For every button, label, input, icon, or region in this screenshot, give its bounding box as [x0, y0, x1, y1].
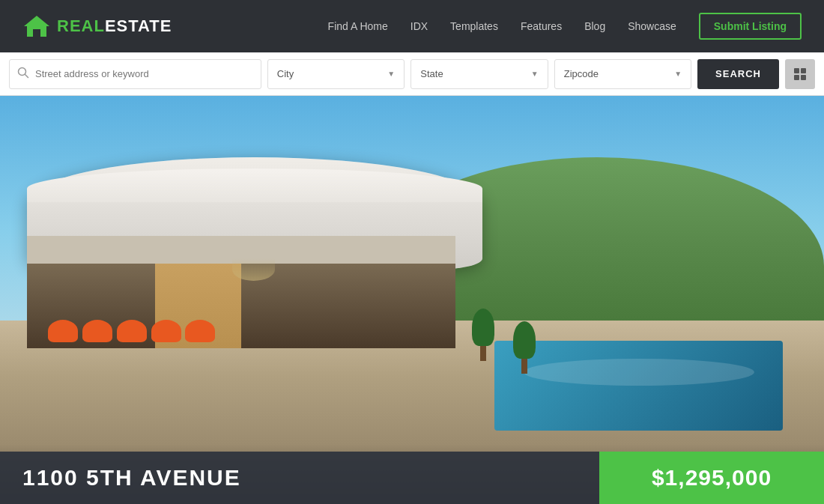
state-chevron-down-icon: ▼: [531, 70, 539, 78]
chair-2: [82, 320, 112, 342]
roof-overhang: [27, 168, 482, 202]
city-chevron-down-icon: ▼: [387, 70, 395, 78]
nav-find-a-home[interactable]: Find A Home: [328, 20, 388, 32]
navbar: REALESTATE Find A Home IDX Templates Fea…: [0, 0, 824, 52]
chair-1: [48, 320, 78, 342]
grid-icon: [794, 68, 806, 80]
nav-blog[interactable]: Blog: [584, 20, 605, 32]
svg-rect-2: [33, 29, 40, 37]
logo-house-icon: [22, 14, 51, 38]
hero-section: 1100 5TH AVENUE $1,295,000: [0, 96, 824, 504]
zipcode-chevron-down-icon: ▼: [674, 70, 682, 78]
hero-background: [0, 96, 824, 504]
city-dropdown[interactable]: City ▼: [267, 59, 405, 89]
nav-features[interactable]: Features: [521, 20, 562, 32]
submit-listing-button[interactable]: Submit Listing: [699, 13, 802, 40]
house: [0, 157, 536, 382]
svg-line-4: [25, 74, 28, 77]
zipcode-label: Zipcode: [564, 68, 599, 79]
search-button[interactable]: SEARCH: [697, 59, 779, 89]
chandelier: [232, 258, 275, 281]
property-price: $1,295,000: [652, 465, 772, 491]
zipcode-dropdown[interactable]: Zipcode ▼: [554, 59, 691, 89]
tree-top-1: [472, 309, 494, 346]
property-address: 1100 5TH AVENUE: [22, 465, 241, 491]
chair-5: [185, 320, 215, 342]
property-price-panel: $1,295,000: [599, 452, 824, 504]
state-label: State: [420, 68, 443, 79]
pool: [494, 341, 783, 431]
tree-2: [513, 321, 536, 374]
property-address-panel: 1100 5TH AVENUE: [0, 452, 599, 504]
svg-marker-0: [24, 16, 49, 26]
interior: [27, 236, 455, 348]
brand-name: REALESTATE: [57, 16, 172, 36]
state-dropdown[interactable]: State ▼: [411, 59, 548, 89]
search-input[interactable]: [35, 68, 253, 79]
search-icon: [17, 67, 29, 82]
nav-idx[interactable]: IDX: [411, 20, 428, 32]
nav-links: Find A Home IDX Templates Features Blog …: [328, 13, 802, 40]
tree-trunk-1: [480, 346, 486, 361]
address-bar: 1100 5TH AVENUE $1,295,000: [0, 452, 824, 504]
search-bar: City ▼ State ▼ Zipcode ▼ SEARCH: [0, 52, 824, 96]
city-label: City: [277, 68, 294, 79]
grid-view-button[interactable]: [785, 59, 815, 89]
tree-top-2: [513, 321, 536, 359]
nav-templates[interactable]: Templates: [450, 20, 498, 32]
logo[interactable]: REALESTATE: [22, 14, 172, 38]
search-input-wrap[interactable]: [9, 59, 261, 89]
tree-1: [472, 309, 494, 361]
tree-trunk-2: [521, 359, 527, 374]
pool-reflection: [524, 359, 754, 386]
chair-3: [117, 320, 147, 342]
chair-4: [151, 320, 181, 342]
nav-showcase[interactable]: Showcase: [628, 20, 676, 32]
